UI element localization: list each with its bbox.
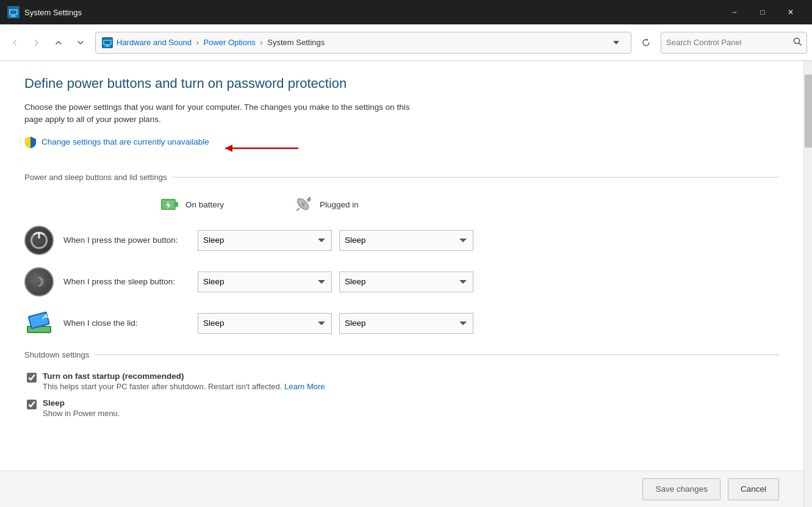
footer: Save changes Cancel: [0, 470, 803, 507]
breadcrumb: Hardware and Sound › Power Options › Sys…: [117, 38, 608, 47]
plugged-in-label: Plugged in: [320, 200, 359, 209]
arrow-annotation: [219, 142, 304, 154]
plugged-in-icon: [293, 194, 315, 216]
sleep-checkbox-row: Sleep Show in Power menu.: [24, 398, 779, 418]
power-button-label: When I press the power button:: [63, 236, 198, 245]
section2-line: [95, 354, 779, 355]
content-area: Define power buttons and turn on passwor…: [0, 61, 803, 470]
search-input[interactable]: [666, 38, 793, 47]
learn-more-link[interactable]: Learn More: [284, 382, 325, 391]
section2-divider: Shutdown settings: [24, 350, 779, 359]
breadcrumb-hardware[interactable]: Hardware and Sound: [117, 38, 192, 47]
minimize-button[interactable]: −: [720, 0, 749, 24]
uac-shield-icon: [24, 136, 37, 148]
lid-plugged-in-select[interactable]: Do nothing Sleep Hibernate Shut down Tur…: [339, 313, 473, 334]
power-button-icon: [24, 226, 54, 255]
svg-rect-8: [106, 45, 109, 46]
lid-row: When I close the lid: Do nothing Sleep H…: [24, 309, 779, 338]
svg-line-11: [799, 43, 802, 46]
sleep-button-plugged-in-select[interactable]: Do nothing Sleep Hibernate Shut down Tur…: [339, 271, 473, 292]
sleep-label-group: Sleep Show in Power menu.: [43, 398, 120, 418]
sleep-button-label: When I press the sleep button:: [63, 277, 198, 286]
sleep-checkbox[interactable]: [27, 400, 37, 409]
lid-label: When I close the lid:: [63, 318, 198, 328]
on-battery-header: On battery: [159, 194, 293, 216]
close-button[interactable]: ✕: [777, 0, 805, 24]
down-arrow-button[interactable]: [71, 33, 90, 52]
svg-rect-3: [12, 15, 15, 16]
cancel-button[interactable]: Cancel: [728, 478, 779, 500]
forward-button[interactable]: [27, 33, 46, 52]
sleep-button-on-battery-select[interactable]: Do nothing Sleep Hibernate Shut down Tur…: [198, 271, 332, 292]
fast-startup-checkbox[interactable]: [27, 373, 37, 383]
window-title: System Settings: [24, 8, 720, 17]
titlebar: System Settings − □ ✕: [0, 0, 812, 24]
fast-startup-title: Turn on fast startup (recommended): [43, 372, 325, 381]
svg-rect-14: [176, 202, 178, 207]
svg-rect-4: [10, 16, 16, 17]
scrollbar-thumb[interactable]: [805, 74, 812, 148]
battery-icon: [159, 194, 181, 216]
search-button[interactable]: [793, 37, 802, 48]
shutdown-section: Turn on fast startup (recommended) This …: [24, 372, 779, 418]
setting-rows: When I press the power button: Do nothin…: [24, 226, 779, 338]
columns-header: On battery Plugged in: [24, 194, 779, 216]
on-battery-label: On battery: [185, 200, 224, 209]
address-app-icon: [102, 37, 113, 48]
page-heading: Define power buttons and turn on passwor…: [24, 76, 779, 92]
scrollbar[interactable]: [803, 61, 812, 507]
window-controls: − □ ✕: [720, 0, 805, 24]
section2-label: Shutdown settings: [24, 350, 89, 359]
sleep-button-icon: ☽: [24, 267, 54, 297]
svg-point-20: [302, 203, 304, 206]
back-button[interactable]: [5, 33, 24, 52]
section1-label: Power and sleep buttons and lid settings: [24, 173, 167, 182]
svg-rect-2: [10, 10, 16, 14]
change-settings-link[interactable]: Change settings that are currently unava…: [24, 136, 209, 148]
fast-startup-label-group: Turn on fast startup (recommended) This …: [43, 372, 325, 391]
section1-divider: Power and sleep buttons and lid settings: [24, 173, 779, 182]
svg-rect-9: [104, 46, 110, 47]
address-box[interactable]: Hardware and Sound › Power Options › Sys…: [95, 32, 631, 54]
svg-rect-7: [104, 41, 110, 44]
power-button-row: When I press the power button: Do nothin…: [24, 226, 779, 255]
power-button-plugged-in-select[interactable]: Do nothing Sleep Hibernate Shut down Tur…: [339, 230, 473, 251]
sleep-button-row: ☽ When I press the sleep button: Do noth…: [24, 267, 779, 297]
save-changes-button[interactable]: Save changes: [642, 478, 720, 500]
breadcrumb-current: System Settings: [267, 38, 325, 47]
main-content: Define power buttons and turn on passwor…: [0, 61, 812, 507]
change-settings-text: Change settings that are currently unava…: [41, 137, 209, 146]
section1-line: [173, 177, 779, 178]
up-arrow-button[interactable]: [49, 33, 68, 52]
app-icon: [7, 6, 20, 18]
fast-startup-row: Turn on fast startup (recommended) This …: [24, 372, 779, 391]
sleep-checkbox-title: Sleep: [43, 398, 120, 408]
plugged-in-header: Plugged in: [293, 194, 427, 216]
address-dropdown-button[interactable]: [608, 34, 625, 51]
page-description: Choose the power settings that you want …: [24, 101, 779, 126]
breadcrumb-power-options[interactable]: Power Options: [203, 38, 255, 47]
maximize-button[interactable]: □: [749, 0, 777, 24]
addressbar: Hardware and Sound › Power Options › Sys…: [0, 24, 812, 61]
power-button-on-battery-select[interactable]: Do nothing Sleep Hibernate Shut down Tur…: [198, 230, 332, 251]
search-box[interactable]: [661, 32, 807, 54]
lid-icon: [24, 309, 54, 338]
sleep-checkbox-desc: Show in Power menu.: [43, 409, 120, 418]
fast-startup-desc: This helps start your PC faster after sh…: [43, 382, 325, 391]
lid-on-battery-select[interactable]: Do nothing Sleep Hibernate Shut down Tur…: [198, 313, 332, 334]
refresh-button[interactable]: [636, 33, 656, 52]
